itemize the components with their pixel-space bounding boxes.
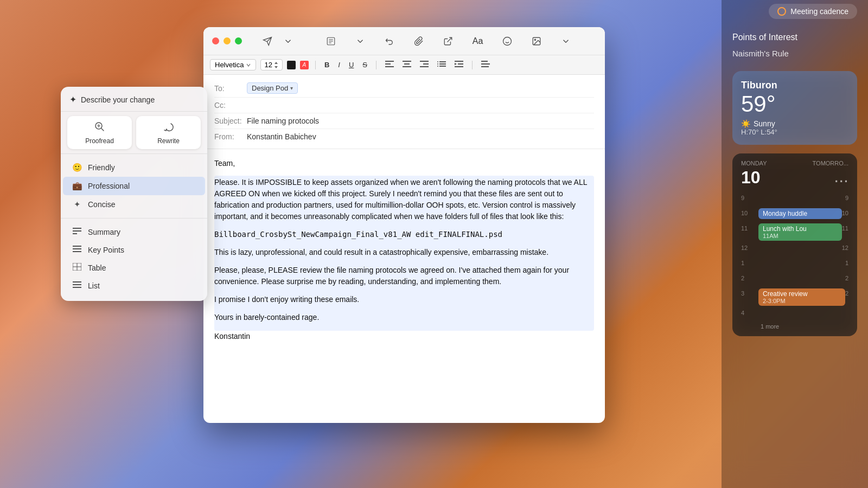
format-chevron[interactable] <box>352 34 368 48</box>
font-size-selector[interactable]: 12 <box>260 59 282 70</box>
to-field-row: To: Design Pod ▾ <box>214 79 594 98</box>
cc-field-row[interactable]: Cc: <box>214 98 594 113</box>
format-button[interactable] <box>323 34 339 48</box>
mail-para-5: Yours in barely-contained rage. <box>214 312 594 323</box>
subject-field-row: Subject: File naming protocols <box>214 113 594 129</box>
ai-tone-section: 🙂 Friendly 💼 Professional ✦ Concise <box>61 156 207 216</box>
ai-format-list[interactable]: List <box>63 277 205 294</box>
minimize-button[interactable] <box>224 37 231 44</box>
ai-format-table[interactable]: Table <box>63 259 205 277</box>
summary-icon <box>72 227 82 236</box>
font-chevron-icon <box>246 62 251 68</box>
bold-button[interactable]: B <box>322 60 331 70</box>
more-format-button[interactable] <box>479 60 492 70</box>
align-left-button[interactable] <box>383 60 396 70</box>
event-time-lunch: 11AM <box>763 233 838 239</box>
rewrite-button[interactable]: Rewrite <box>136 116 201 149</box>
send-button[interactable] <box>259 34 276 48</box>
weather-hi-lo: H:70° L:54° <box>741 128 848 136</box>
time-slot-9: 9 9 <box>732 192 857 207</box>
indent-button[interactable] <box>452 60 465 70</box>
ai-format-summary[interactable]: Summary <box>63 223 205 241</box>
align-center-button[interactable] <box>400 60 413 70</box>
time-2: 2 <box>741 273 756 281</box>
highlight-color-picker[interactable]: A <box>300 61 309 69</box>
font-size-value: 12 <box>264 61 272 69</box>
table-icon <box>72 263 82 272</box>
ai-tone-concise[interactable]: ✦ Concise <box>63 195 205 214</box>
table-label: Table <box>88 264 106 272</box>
professional-icon: 💼 <box>72 181 82 191</box>
event-title-monday-huddle: Monday huddle <box>763 210 838 217</box>
font-button[interactable]: Aa <box>469 34 487 48</box>
calendar-today-col: MONDAY 10 <box>741 160 793 188</box>
svg-point-1 <box>503 37 512 45</box>
weather-temp: 59° <box>741 91 848 117</box>
undo-button[interactable] <box>381 34 398 48</box>
close-button[interactable] <box>212 37 219 44</box>
ai-separator-1 <box>61 153 207 154</box>
underline-button[interactable]: U <box>347 60 356 70</box>
meeting-cadence-widget[interactable]: Meeting cadence <box>769 4 857 19</box>
photo-button[interactable] <box>528 34 545 48</box>
more-events: 1 more <box>732 322 857 330</box>
ai-action-row: Proofread Rewrite <box>61 112 207 151</box>
weather-widget: Tiburon 59° ☀️ Sunny H:70° L:54° <box>732 71 857 145</box>
mail-para-4: I promise I don't enjoy writing these em… <box>214 294 594 305</box>
from-label: From: <box>214 132 247 141</box>
ai-tone-professional[interactable]: 💼 Professional <box>63 177 205 195</box>
ai-format-section: Summary Key Points Table List <box>61 221 207 297</box>
photo-options[interactable] <box>558 34 574 48</box>
strikethrough-button[interactable]: S <box>360 60 369 70</box>
concise-label: Concise <box>88 200 116 209</box>
time-slot-12: 12 12 <box>732 242 857 257</box>
ai-format-keypoints[interactable]: Key Points <box>63 241 205 259</box>
mail-content[interactable]: Team, Please. It is IMPOSSIBLE to keep a… <box>203 149 605 351</box>
fullscreen-button[interactable] <box>235 37 242 44</box>
attachment-button[interactable] <box>411 34 427 48</box>
subject-value: File naming protocols <box>247 117 319 125</box>
to-tag-arrow-icon: ▾ <box>290 85 293 91</box>
professional-label: Professional <box>88 182 130 190</box>
calendar-today-label: MONDAY <box>741 160 793 166</box>
time-slot-10: 10 Monday huddle 10 <box>732 207 857 222</box>
ai-tone-friendly[interactable]: 🙂 Friendly <box>63 158 205 177</box>
italic-button[interactable]: I <box>336 60 342 70</box>
sun-icon: ☀️ <box>741 119 750 128</box>
meeting-cadence-label: Meeting cadence <box>790 7 848 16</box>
list-format-button[interactable] <box>435 60 448 70</box>
separator-2 <box>376 61 376 69</box>
mail-body[interactable]: Team, Please. It is IMPOSSIBLE to keep a… <box>203 149 605 423</box>
ai-separator-2 <box>61 218 207 219</box>
new-window-button[interactable] <box>440 34 456 48</box>
summary-label: Summary <box>88 228 120 236</box>
time-right-9: 9 <box>845 193 848 201</box>
cal-event-creative-review[interactable]: Creative review 2-3:0PM <box>758 288 845 306</box>
time-10: 10 <box>741 208 756 216</box>
keypoints-label: Key Points <box>88 246 124 254</box>
font-size-arrows-icon <box>273 61 279 69</box>
cal-event-lunch[interactable]: Lunch with Lou 11AM <box>758 223 842 241</box>
cal-event-monday-huddle[interactable]: Monday huddle <box>758 208 842 219</box>
list-label: List <box>88 281 100 290</box>
rewrite-label: Rewrite <box>157 137 180 145</box>
time-9: 9 <box>741 193 756 201</box>
time-slot-1: 1 1 <box>732 257 857 272</box>
time-slot-4: 4 <box>732 307 857 322</box>
mail-window: Aa <box>203 27 605 423</box>
calendar-timeline: 9 9 10 Monday huddle 10 11 Lunch with Lo… <box>732 192 857 336</box>
text-color-picker[interactable] <box>287 61 296 69</box>
to-label: To: <box>214 84 247 93</box>
ai-popup-header: ✦ Describe your change <box>61 87 207 112</box>
ai-writing-popup: ✦ Describe your change Proofread Rewrite <box>61 87 207 301</box>
font-selector[interactable]: Helvetica <box>210 59 256 70</box>
to-tag-design-pod[interactable]: Design Pod ▾ <box>247 82 298 94</box>
event-title-creative-review: Creative review <box>763 290 841 298</box>
align-right-button[interactable] <box>418 60 431 70</box>
time-slot-11: 11 Lunch with Lou 11AM 11 <box>732 222 857 242</box>
time-1: 1 <box>741 258 756 266</box>
send-options-button[interactable] <box>280 34 296 48</box>
emoji-button[interactable] <box>499 34 515 48</box>
proofread-button[interactable]: Proofread <box>67 116 132 149</box>
from-value: Konstantin Babichev <box>247 132 316 141</box>
